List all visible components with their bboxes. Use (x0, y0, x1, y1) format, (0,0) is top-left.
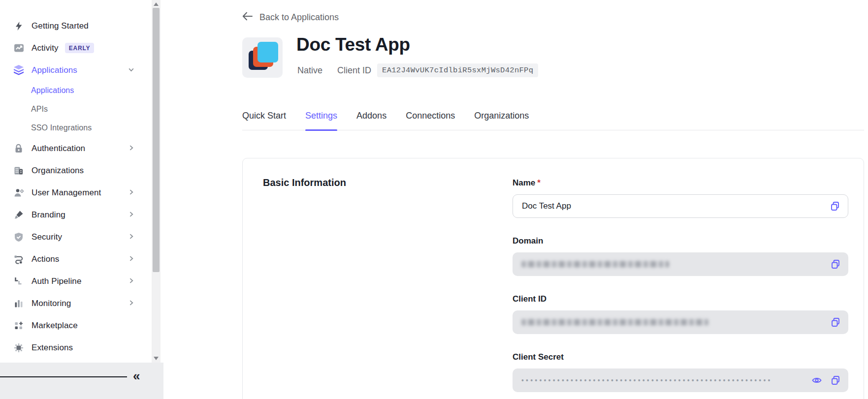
basic-information-card: Basic Information Name* Domain (242, 158, 864, 399)
sidebar-item-applications[interactable]: Applications (0, 59, 163, 81)
copy-icon[interactable] (830, 375, 841, 386)
pipeline-icon (13, 276, 24, 287)
sidebar-footer: « (0, 363, 163, 399)
sidebar-item-actions[interactable]: Actions (0, 248, 163, 270)
sidebar-subitem-label: APIs (31, 105, 48, 114)
chevron-right-icon (128, 299, 134, 308)
flow-icon (13, 254, 24, 265)
scroll-up-arrow-icon[interactable] (154, 2, 159, 6)
sidebar-item-label: Auth Pipeline (32, 276, 81, 286)
client-id-label: Client ID (513, 294, 848, 304)
client-id-value-chip: EA12J4WvUK7cIdlbiR5sxMjWsD42nFPq (377, 63, 538, 77)
sidebar-item-label: Getting Started (32, 21, 89, 31)
client-id-field-group: Client ID (513, 294, 848, 334)
required-asterisk: * (537, 178, 541, 187)
chevron-right-icon (128, 277, 134, 286)
back-arrow-icon (242, 12, 253, 23)
sidebar-item-marketplace[interactable]: Marketplace (0, 314, 163, 337)
domain-blurred-value (521, 261, 669, 268)
sidebar-subitem-apis[interactable]: APIs (0, 100, 163, 119)
sidebar-subitem-sso-integrations[interactable]: SSO Integrations (0, 119, 163, 137)
bar-chart-icon (13, 298, 24, 309)
settings-form: Name* Domain (513, 178, 848, 399)
name-field-group: Name* (513, 178, 848, 218)
tab-addons[interactable]: Addons (356, 110, 386, 130)
paintbrush-icon (13, 210, 24, 220)
domain-field (513, 252, 848, 276)
chip-icon (13, 342, 24, 353)
tab-settings[interactable]: Settings (305, 110, 337, 130)
sidebar-item-label: User Management (32, 188, 101, 198)
client-secret-masked-value: ••••••••••••••••••••••••••••••••••••••••… (521, 376, 797, 384)
chevron-right-icon (128, 144, 134, 153)
chevron-right-icon (128, 255, 134, 264)
sidebar-subitem-label: Applications (31, 86, 74, 95)
name-input[interactable] (513, 195, 808, 217)
tenant-redacted-bar (0, 376, 127, 377)
sidebar-nav: Getting Started Activity EARLY Applica (0, 0, 163, 363)
sidebar-item-label: Activity (32, 43, 59, 53)
layers-icon (13, 65, 24, 76)
sidebar-item-label: Actions (32, 254, 59, 264)
sidebar-item-getting-started[interactable]: Getting Started (0, 15, 163, 37)
sidebar-scrollbar-thumb[interactable] (153, 8, 160, 272)
sidebar: Getting Started Activity EARLY Applica (0, 0, 163, 399)
sidebar-item-security[interactable]: Security (0, 226, 163, 248)
sidebar-item-monitoring[interactable]: Monitoring (0, 292, 163, 314)
sidebar-item-authentication[interactable]: Authentication (0, 137, 163, 159)
back-to-applications-link[interactable]: Back to Applications (242, 12, 339, 23)
sidebar-item-label: Security (32, 232, 62, 242)
client-secret-label: Client Secret (513, 352, 848, 362)
sidebar-item-extensions[interactable]: Extensions (0, 337, 163, 359)
chevron-right-icon (128, 188, 134, 197)
copy-icon[interactable] (830, 201, 840, 212)
client-secret-field: ••••••••••••••••••••••••••••••••••••••••… (513, 368, 848, 392)
scroll-down-arrow-icon[interactable] (154, 357, 159, 360)
sidebar-item-organizations[interactable]: Organizations (0, 159, 163, 182)
app-meta-row: Native Client ID EA12J4WvUK7cIdlbiR5sxMj… (297, 63, 538, 77)
name-label: Name* (513, 178, 848, 188)
reveal-secret-eye-icon[interactable] (811, 375, 822, 386)
sidebar-item-label: Monitoring (32, 299, 71, 308)
sidebar-item-auth-pipeline[interactable]: Auth Pipeline (0, 270, 163, 292)
chevron-right-icon (128, 233, 134, 242)
marketplace-icon (13, 320, 24, 331)
chevron-right-icon (128, 211, 134, 219)
building-icon (13, 165, 24, 176)
sidebar-item-label: Organizations (32, 166, 84, 176)
sidebar-item-label: Extensions (32, 343, 73, 353)
app-type-label: Native (297, 65, 322, 76)
sidebar-item-label: Branding (32, 210, 65, 220)
lock-icon (13, 143, 24, 154)
client-id-label: Client ID (337, 65, 371, 76)
client-id-field (513, 310, 848, 334)
copy-icon[interactable] (830, 259, 841, 270)
user-gear-icon (13, 187, 24, 198)
sidebar-subitem-label: SSO Integrations (31, 123, 92, 132)
tab-bar: Quick Start Settings Addons Connections … (242, 110, 864, 130)
back-link-label: Back to Applications (259, 12, 339, 23)
page-title: Doc Test App (296, 34, 410, 55)
chevron-down-icon (128, 66, 134, 75)
tab-quick-start[interactable]: Quick Start (242, 110, 286, 130)
tab-organizations[interactable]: Organizations (474, 110, 529, 130)
sidebar-item-label: Applications (32, 65, 77, 75)
collapse-sidebar-button[interactable]: « (133, 369, 140, 382)
auth0-dashboard-page: Getting Started Activity EARLY Applica (0, 0, 868, 399)
copy-icon[interactable] (830, 317, 841, 328)
name-field (513, 194, 848, 218)
bolt-icon (13, 21, 24, 31)
sidebar-item-branding[interactable]: Branding (0, 204, 163, 226)
early-badge: EARLY (65, 43, 95, 53)
client-secret-field-group: Client Secret ••••••••••••••••••••••••••… (513, 352, 848, 392)
section-title: Basic Information (263, 177, 346, 188)
sidebar-scrollbar[interactable] (152, 0, 161, 363)
shield-check-icon (13, 232, 24, 243)
domain-field-group: Domain (513, 236, 848, 276)
sidebar-item-activity[interactable]: Activity EARLY (0, 37, 163, 59)
sidebar-item-label: Marketplace (32, 321, 78, 331)
tab-connections[interactable]: Connections (406, 110, 455, 130)
sidebar-item-user-management[interactable]: User Management (0, 182, 163, 204)
domain-label: Domain (513, 236, 848, 246)
sidebar-subitem-applications[interactable]: Applications (0, 81, 163, 100)
